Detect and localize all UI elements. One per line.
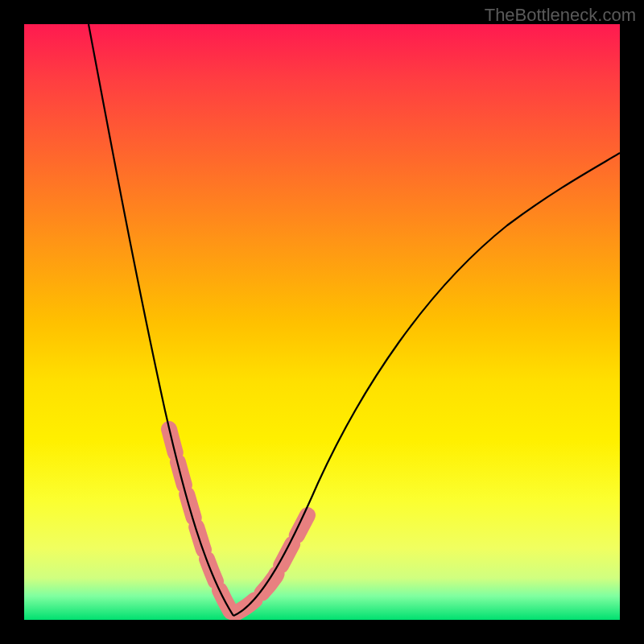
plot-area <box>24 24 620 620</box>
highlight-band-left <box>169 429 232 613</box>
curve-layer <box>24 24 620 620</box>
watermark: TheBottleneck.com <box>485 5 636 26</box>
curve-left-branch <box>89 24 233 616</box>
